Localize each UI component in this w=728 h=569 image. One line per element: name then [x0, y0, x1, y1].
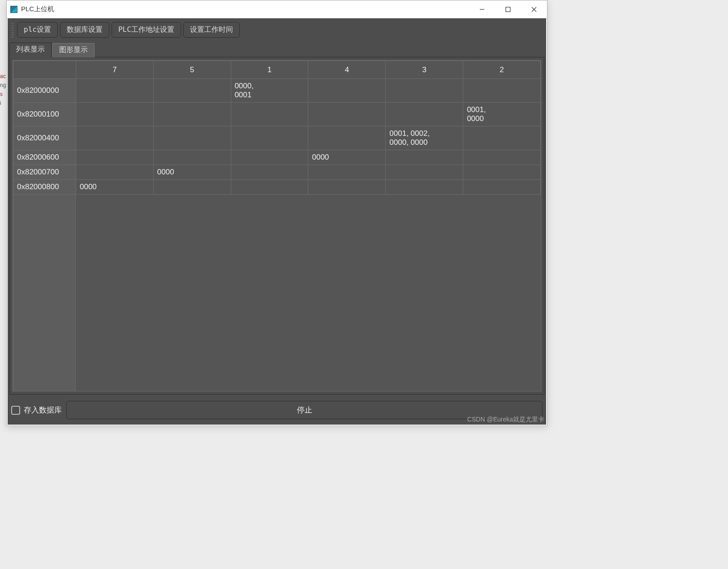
plc-address-settings-button[interactable]: PLC工作地址设置 — [112, 22, 181, 38]
table-cell[interactable] — [386, 79, 463, 103]
table-cell[interactable]: 0000 — [308, 150, 386, 165]
col-header[interactable]: 2 — [463, 61, 541, 79]
row-header: 0x82000100 — [13, 103, 76, 126]
table-cell[interactable] — [153, 103, 231, 126]
table-row[interactable]: 0x820006000000 — [13, 150, 541, 165]
table-cell[interactable]: 0000 — [76, 180, 154, 195]
work-time-settings-button[interactable]: 设置工作时间 — [183, 22, 240, 38]
table-cell[interactable] — [231, 165, 308, 180]
db-settings-button[interactable]: 数据库设置 — [60, 22, 109, 38]
checkbox-label: 存入数据库 — [24, 405, 62, 415]
tab-content: 7 5 1 4 3 2 0x820000000000,00010x8200010… — [9, 57, 544, 395]
table-cell[interactable] — [463, 150, 541, 165]
save-to-db-checkbox[interactable]: 存入数据库 — [11, 405, 62, 415]
table-row[interactable]: 0x820004000001, 0002,0000, 0000 — [13, 126, 541, 150]
table-cell[interactable] — [76, 103, 154, 126]
table-cell[interactable] — [76, 126, 154, 150]
checkbox-icon — [11, 406, 20, 415]
window-title: PLC上位机 — [21, 5, 54, 13]
data-table: 7 5 1 4 3 2 0x820000000000,00010x8200010… — [13, 60, 541, 391]
close-button[interactable] — [521, 0, 547, 18]
table-cell[interactable] — [308, 126, 386, 150]
table-row[interactable]: 0x820000000000,0001 — [13, 79, 541, 103]
col-header[interactable]: 7 — [76, 61, 154, 79]
table-cell[interactable] — [463, 79, 541, 103]
table-cell[interactable] — [153, 150, 231, 165]
row-header: 0x82000700 — [13, 165, 76, 180]
watermark: CSDN @Eureka就是尤里卡 — [467, 416, 544, 424]
app-icon — [10, 6, 17, 13]
row-header: 0x82000400 — [13, 126, 76, 150]
table-cell[interactable] — [463, 165, 541, 180]
table-cell[interactable] — [153, 180, 231, 195]
table-cell[interactable] — [76, 165, 154, 180]
table-cell[interactable] — [386, 180, 463, 195]
table-cell[interactable] — [231, 180, 308, 195]
table-empty-area — [13, 195, 541, 391]
table-cell[interactable] — [308, 79, 386, 103]
table-cell[interactable] — [308, 165, 386, 180]
table-corner-cell — [13, 61, 76, 79]
table-cell[interactable] — [76, 79, 154, 103]
row-header: 0x82000800 — [13, 180, 76, 195]
col-header[interactable]: 3 — [386, 61, 463, 79]
tab-bar: 列表显示 图形显示 — [8, 40, 546, 57]
titlebar[interactable]: PLC上位机 — [7, 0, 547, 18]
table-row[interactable]: 0x820007000000 — [13, 165, 541, 180]
app-window: PLC上位机 plc设置 数据库设置 PLC工作地址设置 设置工作时间 — [6, 0, 547, 426]
table-cell[interactable]: 0000,0001 — [231, 79, 308, 103]
table-cell[interactable]: 0000 — [153, 165, 231, 180]
client-area: plc设置 数据库设置 PLC工作地址设置 设置工作时间 列表显示 图形显示 — [8, 18, 546, 425]
col-header[interactable]: 4 — [308, 61, 386, 79]
col-header[interactable]: 5 — [153, 61, 231, 79]
table-cell[interactable] — [463, 126, 541, 150]
toolbar: plc设置 数据库设置 PLC工作地址设置 设置工作时间 — [8, 18, 546, 40]
table-cell[interactable]: 0001, 0002,0000, 0000 — [386, 126, 463, 150]
row-header: 0x82000600 — [13, 150, 76, 165]
tab-graph-view[interactable]: 图形显示 — [52, 43, 95, 57]
table-row[interactable]: 0x820001000001,0000 — [13, 103, 541, 126]
maximize-button[interactable] — [495, 0, 521, 18]
svg-rect-0 — [506, 7, 510, 12]
table-cell[interactable] — [386, 165, 463, 180]
table-row[interactable]: 0x820008000000 — [13, 180, 541, 195]
row-header: 0x82000000 — [13, 79, 76, 103]
footer-bar: 存入数据库 停止 — [8, 396, 546, 425]
table-cell[interactable] — [463, 180, 541, 195]
minimize-button[interactable] — [469, 0, 495, 18]
table-cell[interactable] — [386, 103, 463, 126]
table-cell[interactable] — [153, 126, 231, 150]
table-header-row: 7 5 1 4 3 2 — [13, 61, 541, 79]
plc-settings-button[interactable]: plc设置 — [17, 22, 58, 38]
toolbar-grip-icon — [11, 22, 14, 38]
table-cell[interactable] — [386, 150, 463, 165]
table-cell[interactable] — [231, 150, 308, 165]
table-cell[interactable] — [153, 79, 231, 103]
table-cell[interactable] — [308, 103, 386, 126]
table-cell[interactable] — [76, 150, 154, 165]
col-header[interactable]: 1 — [231, 61, 308, 79]
tab-list-view[interactable]: 列表显示 — [9, 43, 52, 57]
table-cell[interactable] — [308, 180, 386, 195]
table-cell[interactable] — [231, 103, 308, 126]
table-cell[interactable]: 0001,0000 — [463, 103, 541, 126]
table-cell[interactable] — [231, 126, 308, 150]
